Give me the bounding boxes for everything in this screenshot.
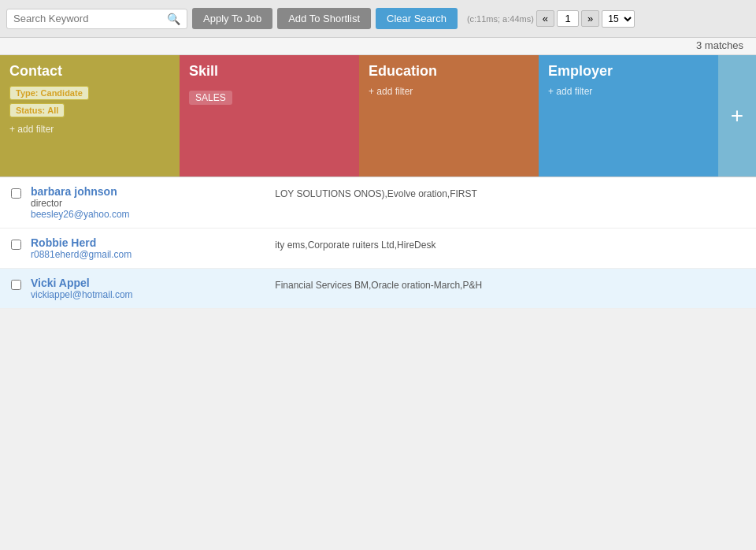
pag-prev-button[interactable]: « bbox=[536, 10, 554, 27]
result-info-2: Robbie Herd r0881eherd@gmail.com bbox=[31, 236, 265, 260]
result-employers-3: Financial Services BM,Oracle oration-Mar… bbox=[275, 277, 745, 292]
apply-to-job-button[interactable]: Apply To Job bbox=[192, 8, 272, 29]
matches-count: 3 matches bbox=[696, 39, 743, 51]
result-employers-1: LOY SOLUTIONS ONOS),Evolve oration,FIRST bbox=[275, 185, 745, 201]
result-title-1: director bbox=[31, 198, 265, 209]
employer-add-filter[interactable]: + add filter bbox=[548, 86, 709, 97]
result-email-2[interactable]: r0881eherd@gmail.com bbox=[31, 249, 265, 260]
type-value: Candidate bbox=[41, 88, 83, 98]
filter-contact: Contact Type: Candidate Status: All + ad… bbox=[0, 55, 180, 177]
result-employers-2: ity ems,Corporate ruiters Ltd,HireDesk bbox=[275, 236, 745, 252]
result-name-2[interactable]: Robbie Herd bbox=[31, 236, 265, 249]
table-row: Robbie Herd r0881eherd@gmail.com ity ems… bbox=[0, 229, 756, 269]
status-badge[interactable]: Status: All bbox=[9, 103, 65, 117]
result-info-1: barbara johnson director beesley26@yahoo… bbox=[31, 185, 265, 220]
contact-add-filter[interactable]: + add filter bbox=[9, 124, 170, 135]
toolbar: 🔍 Apply To Job Add To Shortlist Clear Se… bbox=[0, 0, 756, 38]
result-info-3: Vicki Appel vickiappel@hotmail.com bbox=[31, 277, 265, 300]
filter-skill: Skill SALES bbox=[180, 55, 359, 177]
per-page-select[interactable]: 15 25 50 bbox=[602, 10, 635, 28]
add-to-shortlist-button[interactable]: Add To Shortlist bbox=[277, 8, 371, 29]
row-checkbox-2[interactable] bbox=[11, 240, 21, 250]
clear-search-button[interactable]: Clear Search bbox=[376, 8, 458, 29]
status-value: All bbox=[47, 106, 58, 115]
timing-display: (c:11ms; a:44ms) bbox=[467, 14, 534, 24]
row-checkbox-1[interactable] bbox=[11, 188, 21, 199]
filter-employer: Employer + add filter bbox=[539, 55, 718, 177]
matches-bar: 3 matches bbox=[0, 38, 756, 55]
add-column-button[interactable]: + bbox=[718, 55, 756, 177]
result-name-1[interactable]: barbara johnson bbox=[31, 185, 265, 198]
type-label: Type: bbox=[16, 88, 39, 98]
filter-education: Education + add filter bbox=[359, 55, 539, 177]
search-box: 🔍 bbox=[6, 9, 187, 29]
row-checkbox-3[interactable] bbox=[11, 280, 21, 290]
table-row: barbara johnson director beesley26@yahoo… bbox=[0, 177, 756, 229]
pag-next-button[interactable]: » bbox=[581, 10, 599, 27]
education-add-filter[interactable]: + add filter bbox=[369, 86, 529, 97]
filter-contact-title: Contact bbox=[9, 63, 170, 80]
result-email-1[interactable]: beesley26@yahoo.com bbox=[31, 209, 265, 220]
add-column-icon: + bbox=[731, 103, 743, 128]
results-area: barbara johnson director beesley26@yahoo… bbox=[0, 177, 756, 309]
pagination-area: (c:11ms; a:44ms) « » 15 25 50 bbox=[467, 10, 635, 28]
result-name-3[interactable]: Vicki Appel bbox=[31, 277, 265, 289]
filter-area: Contact Type: Candidate Status: All + ad… bbox=[0, 55, 756, 177]
search-icon: 🔍 bbox=[167, 13, 180, 25]
type-badge[interactable]: Type: Candidate bbox=[9, 86, 89, 100]
filter-education-title: Education bbox=[369, 63, 529, 80]
filter-employer-title: Employer bbox=[548, 63, 709, 80]
result-email-3[interactable]: vickiappel@hotmail.com bbox=[31, 289, 265, 300]
filter-skill-title: Skill bbox=[189, 63, 350, 80]
skill-value-tag: SALES bbox=[189, 91, 232, 105]
status-label: Status: bbox=[16, 106, 45, 115]
table-row: Vicki Appel vickiappel@hotmail.com Finan… bbox=[0, 269, 756, 309]
search-input[interactable] bbox=[13, 13, 162, 24]
page-number-input[interactable] bbox=[557, 10, 579, 27]
